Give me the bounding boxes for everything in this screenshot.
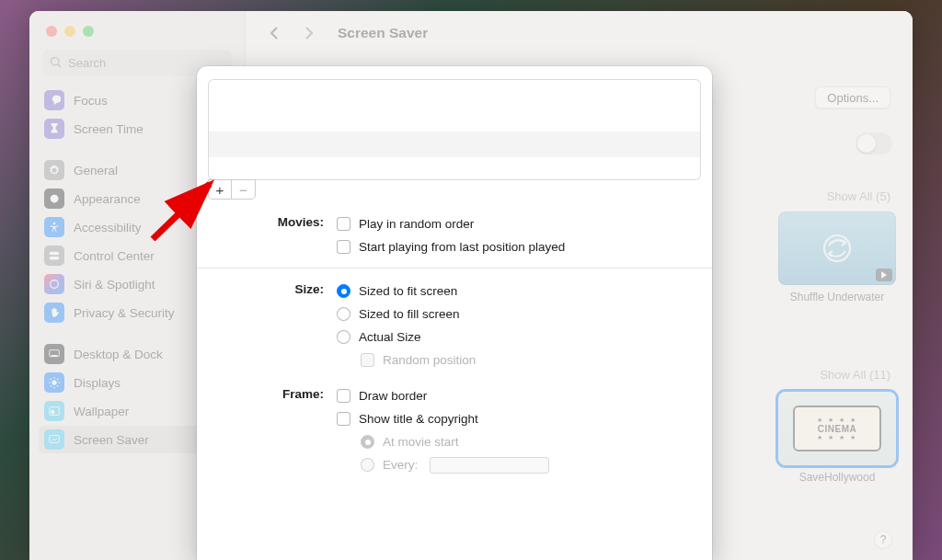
option-label: Start playing from last position played [359,240,565,254]
sidebar-item-label: Control Center [74,249,155,263]
size-actual-option[interactable]: Actual Size [337,326,701,349]
show-title-option[interactable]: Show title & copyright [337,407,701,430]
resume-playback-checkbox[interactable] [337,240,350,254]
window-controls [29,20,245,50]
svg-rect-2 [50,252,60,256]
list-row[interactable] [209,157,700,180]
size-fit-radio[interactable] [337,284,350,298]
focus-icon [44,90,64,110]
add-remove-buttons: + − [208,179,701,200]
sidebar-item-label: Displays [74,376,121,390]
play-random-order-option[interactable]: Play in random order [337,212,701,235]
screensaver-thumb-shuffle-underwater[interactable]: Shuffle Underwater [778,211,896,303]
show-title-checkbox[interactable] [337,412,350,426]
option-label: Draw border [359,389,427,403]
minimize-window-button[interactable] [64,26,75,37]
screensaver-thumb-savehollywood[interactable]: ★ ★ ★ ★ CINEMA ★ ★ ★ ★ SaveHollywood [778,392,896,484]
thumb-caption: Shuffle Underwater [778,291,896,303]
show-all-link-1[interactable]: Show All (5) [827,189,890,203]
screensaver-icon [44,429,64,450]
at-movie-start-option: At movie start [337,430,701,453]
dock-icon [44,344,64,364]
svg-rect-6 [52,355,58,357]
draw-border-checkbox[interactable] [337,389,350,403]
random-position-option: Random position [337,349,701,371]
toggle-knob [857,134,876,153]
thumb-caption: SaveHollywood [778,471,896,484]
movies-section-label: Movies: [208,212,335,258]
zoom-window-button[interactable] [83,26,94,37]
gear-icon [44,160,64,180]
sidebar-item-label: Wallpaper [74,405,129,418]
resume-playback-option[interactable]: Start playing from last position played [337,235,701,258]
page-title: Screen Saver [338,25,428,41]
show-all-link-2[interactable]: Show All (11) [820,368,890,382]
option-label: Show title & copyright [359,412,478,426]
back-button[interactable] [264,23,284,43]
toggles-icon [44,246,64,266]
remove-button[interactable]: − [232,179,256,200]
search-icon [50,56,63,69]
list-row[interactable] [209,80,700,106]
sidebar-item-label: Focus [74,94,108,108]
svg-point-1 [53,223,56,225]
cinema-ticket-icon: ★ ★ ★ ★ CINEMA ★ ★ ★ ★ [778,392,896,465]
divider [197,268,712,269]
close-window-button[interactable] [46,26,57,37]
every-interval-option: Every: [337,453,701,476]
sidebar-item-label: Desktop & Dock [74,348,163,361]
play-random-order-checkbox[interactable] [337,217,350,231]
sidebar-item-label: Screen Time [74,122,144,136]
size-section-label: Size: [208,280,335,371]
help-button[interactable]: ? [874,531,892,549]
sidebar-item-label: Appearance [74,192,141,206]
option-label: At movie start [383,435,459,449]
sidebar-item-label: Accessibility [74,221,142,234]
option-label: Actual Size [359,330,421,344]
size-fill-option[interactable]: Sized to fill screen [337,303,701,326]
at-movie-start-radio [361,435,374,449]
list-row[interactable] [209,106,700,131]
hand-icon [44,303,64,323]
option-label: Sized to fill screen [359,307,460,321]
options-sheet: + − Movies: Play in random order Start p… [197,66,712,560]
sidebar-item-label: Screen Saver [74,433,149,447]
size-actual-radio[interactable] [337,330,350,344]
frame-section-label: Frame: [208,384,335,476]
toggle-switch[interactable] [856,132,892,154]
size-fill-radio[interactable] [337,307,350,321]
add-button[interactable]: + [208,179,232,200]
sidebar-item-label: Siri & Spotlight [74,278,155,291]
brightness-icon [44,372,64,393]
accessibility-icon [44,217,64,237]
sidebar-item-label: Privacy & Security [74,306,175,320]
option-label: Play in random order [359,217,474,231]
option-label: Random position [383,353,476,367]
wallpaper-icon [44,401,64,421]
play-icon [876,269,892,281]
options-button[interactable]: Options... [815,86,890,109]
svg-point-9 [51,410,54,414]
sidebar-item-label: General [74,164,118,177]
siri-icon [44,274,64,294]
appearance-icon [44,189,64,209]
option-label: Every: [383,458,418,472]
hourglass-icon [44,119,64,139]
every-interval-radio [361,458,374,472]
forward-button[interactable] [299,23,319,43]
interval-slider [430,457,549,474]
list-row[interactable] [209,131,700,157]
svg-rect-3 [50,257,60,260]
svg-point-4 [51,280,59,289]
random-position-checkbox [361,353,374,367]
option-label: Sized to fit screen [359,284,457,298]
draw-border-option[interactable]: Draw border [337,384,701,407]
movies-list[interactable] [208,79,701,180]
svg-point-7 [52,380,56,384]
main-header: Screen Saver [246,11,913,55]
size-fit-option[interactable]: Sized to fit screen [337,280,701,303]
